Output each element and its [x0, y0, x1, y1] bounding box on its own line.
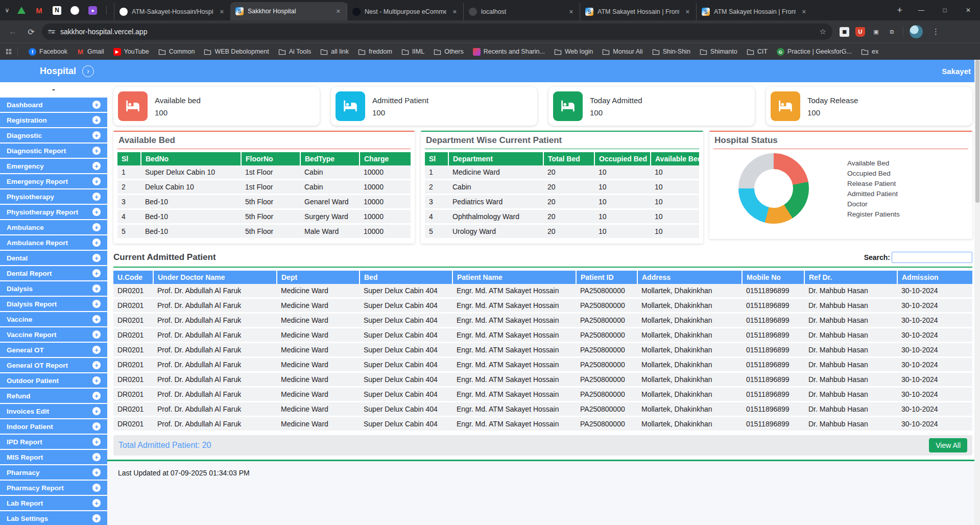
column-header[interactable]: Occupied Bed: [594, 152, 651, 165]
bookmark-item[interactable]: Ai Tools: [274, 46, 316, 57]
bookmark-star-icon[interactable]: ☆: [820, 27, 826, 36]
browser-tab[interactable]: SATM Sakayet Hossain | Front-En✕: [580, 3, 696, 20]
sidebar-item-ambulance-report[interactable]: Ambulance Report+: [0, 235, 107, 250]
sidebar-toggle-icon[interactable]: ›: [82, 65, 94, 77]
column-header[interactable]: Charge: [360, 152, 411, 165]
sidebar-item-registration[interactable]: Registration+: [0, 113, 107, 127]
tab-close-icon[interactable]: ✕: [800, 8, 808, 16]
table-row[interactable]: DR0201Prof. Dr. Abdullah Al FarukMedicin…: [113, 357, 972, 372]
ublock-icon[interactable]: U: [855, 27, 865, 37]
bookmark-item[interactable]: ▶YouTube: [109, 46, 154, 57]
github-icon[interactable]: [70, 6, 79, 15]
sidebar-item-general-ot[interactable]: General OT+: [0, 343, 107, 357]
logged-in-user[interactable]: Sakayet: [942, 67, 971, 76]
column-header[interactable]: Sl: [425, 152, 448, 165]
column-header[interactable]: Dept: [277, 271, 360, 284]
stat-card-today-release[interactable]: Today Release100: [766, 87, 972, 126]
bookmark-item[interactable]: all link: [316, 46, 353, 57]
sidebar-item-emergency-report[interactable]: Emergency Report+: [0, 174, 107, 188]
column-header[interactable]: Total Bed: [543, 152, 594, 165]
column-header[interactable]: Sl: [117, 152, 141, 165]
table-row[interactable]: 4Ophthalmology Ward201010: [425, 209, 699, 224]
sidebar-item-diagnostic-report[interactable]: Diagnostic Report+: [0, 144, 107, 158]
bookmark-item[interactable]: Shin-Shin: [648, 46, 695, 57]
tab-close-icon[interactable]: ✕: [334, 7, 343, 16]
column-header[interactable]: BedType: [300, 152, 360, 165]
table-row[interactable]: 3Pediatrics Ward201010: [425, 195, 699, 209]
column-header[interactable]: Ref Dr.: [804, 271, 897, 284]
table-row[interactable]: DR0201Prof. Dr. Abdullah Al FarukMedicin…: [113, 328, 972, 343]
table-row[interactable]: 2Delux Cabin 101st FloorCabin10000: [117, 180, 411, 195]
refresh-icon[interactable]: ⟳: [23, 24, 39, 39]
tab-group-icon[interactable]: ▣: [871, 27, 881, 37]
menu-kebab-icon[interactable]: ⋮: [929, 27, 943, 36]
tab-close-icon[interactable]: ✕: [567, 8, 576, 16]
stat-card-admitted-patient[interactable]: Admitted Patient100: [331, 87, 537, 126]
bookmark-item[interactable]: WEB Debolopment: [199, 46, 273, 57]
column-header[interactable]: BedNo: [141, 152, 241, 165]
sidebar-item-dental-report[interactable]: Dental Report+: [0, 266, 107, 280]
column-header[interactable]: Address: [637, 271, 742, 284]
bookmark-item[interactable]: GPractice | GeeksforG...: [772, 46, 856, 57]
minimize-button[interactable]: —: [910, 0, 933, 20]
column-header[interactable]: Available Bed: [651, 152, 699, 165]
drive-icon[interactable]: [17, 7, 26, 14]
bookmark-item[interactable]: Recents and Sharin...: [468, 46, 549, 57]
sidebar-item-dialysis[interactable]: Dialysis+: [0, 281, 107, 296]
sidebar-item-physiotherapy-report[interactable]: Physiotherapy Report+: [0, 205, 107, 219]
bookmark-item[interactable]: CIT: [742, 46, 772, 57]
site-info-icon[interactable]: [48, 30, 55, 33]
browser-tab[interactable]: SSakkhor Hospital✕: [230, 2, 347, 20]
table-row[interactable]: 5Urology Ward201010: [425, 224, 699, 239]
sidebar-item-ipd-report[interactable]: IPD Report+: [0, 435, 107, 449]
table-row[interactable]: 1Medicine Ward201010: [425, 165, 699, 180]
url-text[interactable]: sakkhor-hospital.vercel.app: [60, 28, 815, 36]
table-row[interactable]: DR0201Prof. Dr. Abdullah Al FarukMedicin…: [113, 417, 972, 432]
bookmark-item[interactable]: Others: [429, 46, 468, 57]
sidebar-item-pharmacy-report[interactable]: Pharmacy Report+: [0, 481, 107, 495]
sidebar-item-ambulance[interactable]: Ambulance+: [0, 220, 107, 234]
column-header[interactable]: Admission: [897, 271, 972, 284]
sidebar-item-lab-report[interactable]: Lab Report+: [0, 496, 107, 510]
bookmark-item[interactable]: Common: [154, 46, 200, 57]
bookmark-item[interactable]: ex: [856, 46, 883, 57]
table-row[interactable]: DR0201Prof. Dr. Abdullah Al FarukMedicin…: [113, 313, 972, 328]
apps-grid-icon[interactable]: [6, 49, 11, 54]
tab-close-icon[interactable]: ✕: [450, 8, 459, 16]
column-header[interactable]: FloorNo: [241, 152, 300, 165]
browser-tab[interactable]: localhost✕: [463, 3, 580, 20]
sidebar-item-dashboard[interactable]: Dashboard+: [0, 98, 107, 112]
qr-extension-icon[interactable]: ▦: [840, 27, 849, 37]
column-header[interactable]: U.Code: [113, 271, 153, 284]
new-tab-button[interactable]: +: [890, 5, 910, 16]
tab-close-icon[interactable]: ✕: [218, 8, 226, 16]
sidebar-item-vaccine-report[interactable]: Vaccine Report+: [0, 327, 107, 342]
table-row[interactable]: 4Bed-105th FloorSurgery Ward10000: [117, 209, 411, 224]
view-all-button[interactable]: View All: [929, 438, 967, 452]
page-scrollbar[interactable]: [974, 60, 980, 525]
sidebar-item-mis-report[interactable]: MIS Report+: [0, 450, 107, 464]
column-header[interactable]: Patient ID: [576, 271, 637, 284]
sidebar-item-outdoor-patient[interactable]: Outdoor Patient+: [0, 373, 107, 388]
table-row[interactable]: 3Bed-105th FloorGenarel Ward10000: [117, 195, 411, 209]
column-header[interactable]: Department: [448, 152, 543, 165]
column-header[interactable]: Patient Name: [452, 271, 576, 284]
bookmark-item[interactable]: MGmail: [72, 46, 109, 57]
close-button[interactable]: ✕: [957, 0, 980, 20]
back-icon[interactable]: ←: [5, 24, 20, 39]
bookmark-item[interactable]: IIML: [397, 46, 429, 57]
purple-extension-icon[interactable]: ●: [88, 6, 97, 15]
bookmark-item[interactable]: fFacebook: [24, 46, 72, 57]
tab-search-icon[interactable]: ∨: [0, 7, 14, 14]
sidebar-item-pharmacy[interactable]: Pharmacy+: [0, 465, 107, 480]
bookmark-item[interactable]: Web login: [549, 46, 597, 57]
table-row[interactable]: DR0201Prof. Dr. Abdullah Al FarukMedicin…: [113, 387, 972, 402]
column-header[interactable]: Under Doctor Name: [153, 271, 277, 284]
table-row[interactable]: DR0201Prof. Dr. Abdullah Al FarukMedicin…: [113, 298, 972, 313]
sidebar-item-indoor-patient[interactable]: Indoor Patient+: [0, 419, 107, 434]
table-row[interactable]: 2Cabin201010: [425, 180, 699, 195]
profile-avatar[interactable]: [910, 25, 923, 38]
stat-card-today-admitted[interactable]: Today Admitted100: [548, 87, 755, 126]
sidebar-collapse-item[interactable]: -: [0, 82, 107, 97]
tab-close-icon[interactable]: ✕: [683, 8, 692, 16]
